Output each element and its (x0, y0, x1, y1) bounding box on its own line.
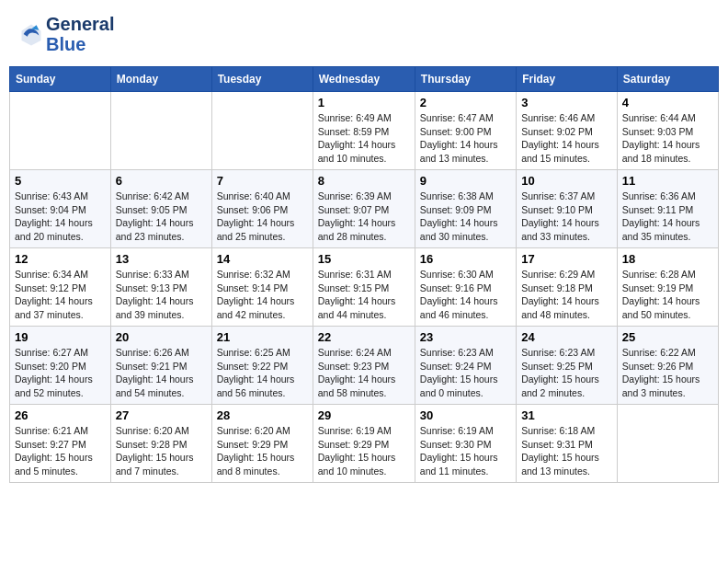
day-info: Sunrise: 6:33 AM Sunset: 9:13 PM Dayligh… (116, 268, 207, 322)
day-number: 20 (116, 330, 207, 344)
calendar-cell: 28Sunrise: 6:20 AM Sunset: 9:29 PM Dayli… (211, 405, 313, 483)
day-of-week-header: Monday (110, 67, 211, 92)
day-info: Sunrise: 6:32 AM Sunset: 9:14 PM Dayligh… (217, 268, 308, 322)
day-number: 22 (318, 330, 410, 344)
day-info: Sunrise: 6:46 AM Sunset: 9:02 PM Dayligh… (521, 111, 612, 166)
day-number: 8 (318, 174, 410, 188)
logo-text: General Blue (46, 14, 114, 54)
calendar-cell: 29Sunrise: 6:19 AM Sunset: 9:29 PM Dayli… (313, 405, 415, 483)
day-number: 23 (420, 330, 511, 344)
day-info: Sunrise: 6:23 AM Sunset: 9:24 PM Dayligh… (420, 346, 511, 400)
day-info: Sunrise: 6:22 AM Sunset: 9:26 PM Dayligh… (622, 346, 713, 400)
day-number: 5 (15, 174, 106, 188)
calendar-week-row: 12Sunrise: 6:34 AM Sunset: 9:12 PM Dayli… (10, 248, 719, 327)
day-info: Sunrise: 6:31 AM Sunset: 9:15 PM Dayligh… (318, 268, 410, 322)
calendar-table: SundayMondayTuesdayWednesdayThursdayFrid… (9, 66, 719, 483)
day-info: Sunrise: 6:40 AM Sunset: 9:06 PM Dayligh… (217, 190, 308, 244)
calendar-cell: 1Sunrise: 6:49 AM Sunset: 8:59 PM Daylig… (313, 92, 415, 170)
day-number: 28 (217, 408, 308, 422)
calendar-cell: 19Sunrise: 6:27 AM Sunset: 9:20 PM Dayli… (10, 327, 111, 405)
day-number: 18 (622, 252, 713, 266)
day-info: Sunrise: 6:42 AM Sunset: 9:05 PM Dayligh… (116, 190, 207, 244)
day-info: Sunrise: 6:43 AM Sunset: 9:04 PM Dayligh… (15, 190, 106, 244)
day-number: 14 (217, 252, 308, 266)
day-number: 29 (318, 408, 410, 422)
day-number: 4 (622, 96, 713, 109)
calendar-cell: 16Sunrise: 6:30 AM Sunset: 9:16 PM Dayli… (415, 248, 516, 327)
day-number: 31 (521, 408, 612, 422)
calendar-cell: 12Sunrise: 6:34 AM Sunset: 9:12 PM Dayli… (10, 248, 111, 327)
calendar-cell: 25Sunrise: 6:22 AM Sunset: 9:26 PM Dayli… (617, 327, 718, 405)
day-of-week-header: Wednesday (313, 67, 415, 92)
day-number: 25 (622, 330, 713, 344)
day-info: Sunrise: 6:47 AM Sunset: 9:00 PM Dayligh… (420, 111, 511, 166)
calendar-cell: 4Sunrise: 6:44 AM Sunset: 9:03 PM Daylig… (617, 92, 718, 170)
day-number: 26 (15, 408, 106, 422)
day-info: Sunrise: 6:23 AM Sunset: 9:25 PM Dayligh… (521, 346, 612, 400)
calendar-cell (211, 92, 313, 170)
calendar-cell: 24Sunrise: 6:23 AM Sunset: 9:25 PM Dayli… (517, 327, 618, 405)
calendar-cell (110, 92, 211, 170)
day-info: Sunrise: 6:18 AM Sunset: 9:31 PM Dayligh… (521, 424, 612, 478)
day-of-week-header: Tuesday (211, 67, 313, 92)
calendar-cell: 6Sunrise: 6:42 AM Sunset: 9:05 PM Daylig… (110, 170, 211, 248)
day-info: Sunrise: 6:25 AM Sunset: 9:22 PM Dayligh… (217, 346, 308, 400)
day-info: Sunrise: 6:30 AM Sunset: 9:16 PM Dayligh… (420, 268, 511, 322)
day-number: 2 (420, 96, 511, 109)
day-info: Sunrise: 6:20 AM Sunset: 9:29 PM Dayligh… (217, 424, 308, 478)
calendar-cell: 7Sunrise: 6:40 AM Sunset: 9:06 PM Daylig… (211, 170, 313, 248)
day-number: 1 (318, 96, 410, 109)
calendar-cell: 9Sunrise: 6:38 AM Sunset: 9:09 PM Daylig… (415, 170, 516, 248)
logo-icon (18, 21, 44, 47)
day-info: Sunrise: 6:49 AM Sunset: 8:59 PM Dayligh… (318, 111, 410, 166)
day-info: Sunrise: 6:39 AM Sunset: 9:07 PM Dayligh… (318, 190, 410, 244)
calendar-cell (10, 92, 111, 170)
day-number: 12 (15, 252, 106, 266)
day-info: Sunrise: 6:29 AM Sunset: 9:18 PM Dayligh… (521, 268, 612, 322)
day-info: Sunrise: 6:36 AM Sunset: 9:11 PM Dayligh… (622, 190, 713, 244)
day-number: 17 (521, 252, 612, 266)
day-info: Sunrise: 6:34 AM Sunset: 9:12 PM Dayligh… (15, 268, 106, 322)
calendar-cell: 21Sunrise: 6:25 AM Sunset: 9:22 PM Dayli… (211, 327, 313, 405)
day-info: Sunrise: 6:28 AM Sunset: 9:19 PM Dayligh… (622, 268, 713, 322)
calendar-cell: 14Sunrise: 6:32 AM Sunset: 9:14 PM Dayli… (211, 248, 313, 327)
page-header: General Blue (9, 9, 719, 59)
day-number: 13 (116, 252, 207, 266)
calendar-week-row: 1Sunrise: 6:49 AM Sunset: 8:59 PM Daylig… (10, 92, 719, 170)
day-info: Sunrise: 6:20 AM Sunset: 9:28 PM Dayligh… (116, 424, 207, 478)
day-number: 24 (521, 330, 612, 344)
day-number: 9 (420, 174, 511, 188)
day-info: Sunrise: 6:19 AM Sunset: 9:29 PM Dayligh… (318, 424, 410, 478)
day-number: 10 (521, 174, 612, 188)
calendar-cell: 2Sunrise: 6:47 AM Sunset: 9:00 PM Daylig… (415, 92, 516, 170)
day-info: Sunrise: 6:24 AM Sunset: 9:23 PM Dayligh… (318, 346, 410, 400)
day-info: Sunrise: 6:26 AM Sunset: 9:21 PM Dayligh… (116, 346, 207, 400)
day-number: 6 (116, 174, 207, 188)
calendar-header-row: SundayMondayTuesdayWednesdayThursdayFrid… (10, 67, 719, 92)
calendar-cell: 30Sunrise: 6:19 AM Sunset: 9:30 PM Dayli… (415, 405, 516, 483)
calendar-cell: 15Sunrise: 6:31 AM Sunset: 9:15 PM Dayli… (313, 248, 415, 327)
calendar-cell: 23Sunrise: 6:23 AM Sunset: 9:24 PM Dayli… (415, 327, 516, 405)
calendar-cell: 5Sunrise: 6:43 AM Sunset: 9:04 PM Daylig… (10, 170, 111, 248)
calendar-cell: 11Sunrise: 6:36 AM Sunset: 9:11 PM Dayli… (617, 170, 718, 248)
calendar-cell: 17Sunrise: 6:29 AM Sunset: 9:18 PM Dayli… (517, 248, 618, 327)
day-info: Sunrise: 6:27 AM Sunset: 9:20 PM Dayligh… (15, 346, 106, 400)
calendar-cell: 31Sunrise: 6:18 AM Sunset: 9:31 PM Dayli… (517, 405, 618, 483)
day-of-week-header: Saturday (617, 67, 718, 92)
day-number: 21 (217, 330, 308, 344)
day-of-week-header: Thursday (415, 67, 516, 92)
day-info: Sunrise: 6:44 AM Sunset: 9:03 PM Dayligh… (622, 111, 713, 166)
calendar-week-row: 26Sunrise: 6:21 AM Sunset: 9:27 PM Dayli… (10, 405, 719, 483)
calendar-cell: 13Sunrise: 6:33 AM Sunset: 9:13 PM Dayli… (110, 248, 211, 327)
day-number: 19 (15, 330, 106, 344)
day-number: 27 (116, 408, 207, 422)
day-of-week-header: Friday (517, 67, 618, 92)
logo: General Blue (18, 14, 114, 54)
calendar-week-row: 5Sunrise: 6:43 AM Sunset: 9:04 PM Daylig… (10, 170, 719, 248)
day-number: 3 (521, 96, 612, 109)
calendar-cell: 3Sunrise: 6:46 AM Sunset: 9:02 PM Daylig… (517, 92, 618, 170)
day-number: 16 (420, 252, 511, 266)
calendar-cell: 20Sunrise: 6:26 AM Sunset: 9:21 PM Dayli… (110, 327, 211, 405)
calendar-cell: 10Sunrise: 6:37 AM Sunset: 9:10 PM Dayli… (517, 170, 618, 248)
day-of-week-header: Sunday (10, 67, 111, 92)
